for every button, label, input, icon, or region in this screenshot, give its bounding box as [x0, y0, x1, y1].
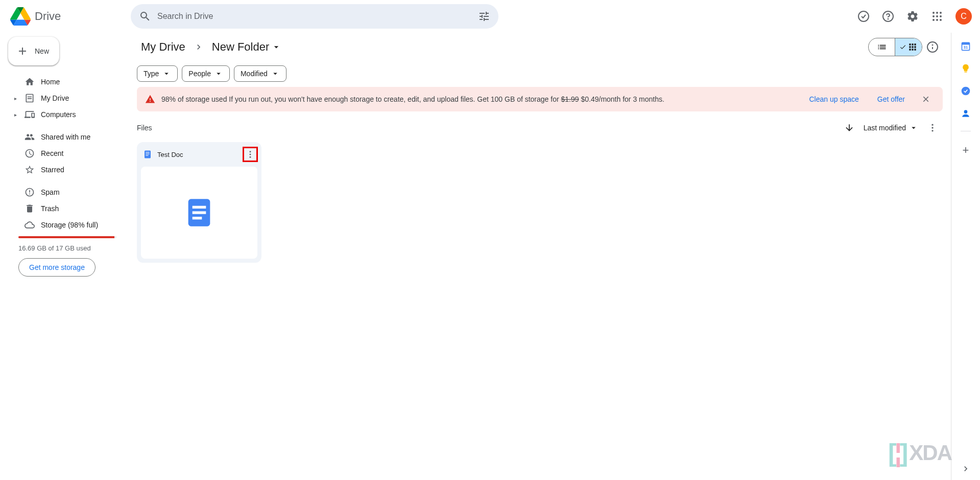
svg-point-2 — [888, 19, 889, 19]
caret-down-icon — [271, 69, 280, 78]
sidebar-item-shared[interactable]: ▸ Shared with me — [8, 129, 123, 145]
sidebar-item-home[interactable]: ▸ Home — [8, 74, 123, 90]
calendar-icon[interactable]: 31 — [961, 41, 971, 51]
svg-rect-32 — [965, 72, 967, 73]
sidebar-item-label: Home — [41, 78, 60, 86]
file-thumbnail — [141, 167, 257, 259]
keep-icon[interactable] — [961, 63, 971, 74]
get-offer-link[interactable]: Get offer — [871, 91, 911, 107]
info-icon[interactable] — [922, 37, 943, 57]
sidebar-item-starred[interactable]: ▸ Starred — [8, 162, 123, 178]
list-view-button[interactable] — [869, 38, 895, 56]
filter-type[interactable]: Type — [137, 65, 178, 82]
search-icon[interactable] — [135, 6, 155, 27]
svg-point-23 — [250, 154, 251, 155]
sidebar-item-computers[interactable]: ▸ Computers — [8, 106, 123, 123]
file-card[interactable]: Test Doc — [137, 142, 261, 263]
more-vert-icon — [246, 150, 255, 159]
breadcrumb: My Drive New Folder — [137, 38, 868, 56]
breadcrumb-current[interactable]: New Folder — [208, 38, 285, 56]
svg-point-9 — [933, 19, 935, 21]
breadcrumb-root[interactable]: My Drive — [137, 38, 189, 56]
sidebar-item-label: Computers — [41, 110, 76, 119]
recent-icon — [25, 148, 35, 158]
tasks-icon[interactable] — [961, 86, 971, 96]
app-title[interactable]: Drive — [35, 10, 61, 23]
account-avatar[interactable]: C — [955, 8, 972, 25]
sort-direction-button[interactable] — [839, 118, 859, 138]
section-title: Files — [137, 124, 839, 132]
drive-logo-icon[interactable] — [10, 6, 31, 27]
close-banner-button[interactable] — [917, 90, 935, 108]
apps-icon[interactable] — [927, 6, 947, 27]
caret-down-icon — [909, 123, 918, 132]
grid-view-button[interactable] — [895, 38, 922, 56]
sort-dropdown[interactable]: Last modified — [859, 123, 922, 132]
search-input[interactable] — [155, 12, 474, 21]
svg-rect-27 — [193, 211, 206, 214]
new-button-label: New — [35, 47, 49, 55]
search-bar[interactable] — [131, 4, 498, 29]
sidebar-item-spam[interactable]: ▸ Spam — [8, 184, 123, 200]
contacts-icon[interactable] — [961, 108, 971, 119]
docs-icon — [143, 150, 152, 159]
check-icon — [899, 43, 906, 51]
ready-offline-icon[interactable] — [853, 6, 874, 27]
sidebar-item-label: Shared with me — [41, 133, 90, 141]
shared-icon — [25, 132, 35, 142]
storage-text: 16.69 GB of 17 GB used — [8, 240, 123, 258]
svg-point-4 — [936, 12, 938, 14]
clean-up-space-link[interactable]: Clean up space — [803, 91, 865, 107]
svg-point-17 — [931, 130, 933, 131]
cloud-icon — [25, 220, 35, 230]
sidebar-item-my-drive[interactable]: ▸ My Drive — [8, 90, 123, 106]
sidebar-item-label: Recent — [41, 149, 63, 157]
sidebar-item-storage[interactable]: ▸ Storage (98% full) — [8, 217, 123, 233]
get-more-storage-button[interactable]: Get more storage — [18, 258, 95, 277]
svg-rect-18 — [145, 151, 151, 158]
banner-bold-text: 98% of storage used — [161, 95, 227, 103]
svg-point-7 — [936, 15, 938, 17]
storage-bar — [18, 236, 116, 238]
svg-point-5 — [940, 12, 942, 14]
svg-point-22 — [250, 151, 251, 152]
filter-modified[interactable]: Modified — [234, 65, 286, 82]
svg-point-24 — [250, 156, 251, 158]
sidebar-item-label: Storage (98% full) — [41, 221, 98, 229]
search-options-icon[interactable] — [474, 6, 494, 27]
svg-point-10 — [936, 19, 938, 21]
trash-icon — [25, 203, 35, 214]
chevron-right-icon — [194, 42, 204, 52]
caret-down-icon — [271, 42, 281, 52]
filter-people[interactable]: People — [182, 65, 230, 82]
arrow-down-icon — [844, 123, 854, 133]
svg-point-34 — [964, 110, 968, 113]
computers-icon — [25, 109, 35, 120]
sidebar-item-label: Spam — [41, 188, 60, 196]
svg-rect-21 — [146, 155, 148, 156]
sidebar-item-label: Starred — [41, 166, 64, 174]
close-icon — [921, 95, 930, 104]
sidebar-item-trash[interactable]: ▸ Trash — [8, 200, 123, 217]
view-toggle — [868, 38, 922, 56]
svg-rect-28 — [193, 217, 202, 219]
help-icon[interactable] — [878, 6, 898, 27]
settings-icon[interactable] — [902, 6, 923, 27]
svg-point-15 — [931, 124, 933, 126]
svg-rect-26 — [193, 206, 206, 209]
storage-warning-banner: 98% of storage used If you run out, you … — [137, 87, 943, 111]
spam-icon — [25, 187, 35, 197]
add-icon[interactable]: + — [963, 144, 969, 157]
svg-rect-30 — [962, 42, 970, 44]
file-more-button[interactable] — [243, 147, 257, 162]
more-options-button[interactable] — [922, 118, 943, 138]
sidebar-item-label: My Drive — [41, 94, 69, 102]
collapse-rail-icon[interactable] — [961, 464, 971, 474]
new-button[interactable]: New — [8, 37, 59, 65]
svg-point-33 — [962, 87, 970, 96]
watermark: [¦] XDA — [888, 438, 951, 468]
drive-icon — [25, 93, 35, 103]
caret-down-icon — [162, 69, 171, 78]
sidebar-item-recent[interactable]: ▸ Recent — [8, 145, 123, 162]
star-icon — [25, 165, 35, 175]
